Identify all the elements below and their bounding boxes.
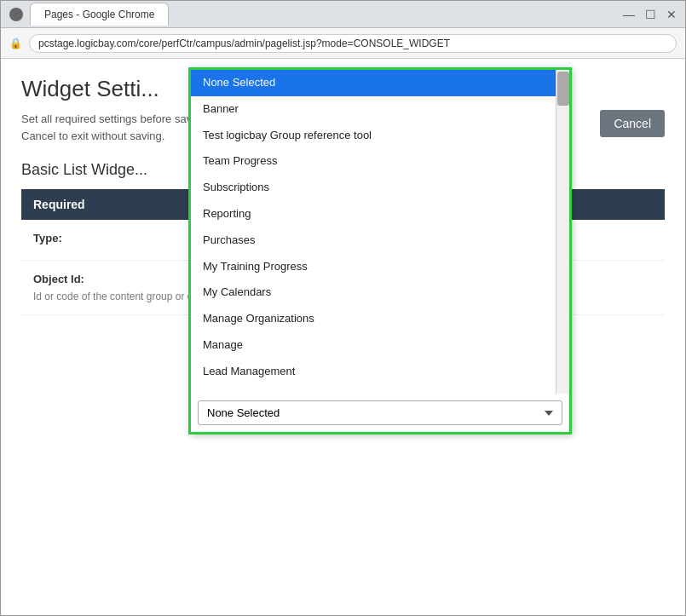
chrome-app-icon	[9, 8, 23, 21]
chrome-titlebar: Pages - Google Chrome — ☐ ✕	[1, 1, 685, 28]
lock-icon: 🔒	[9, 37, 22, 49]
cancel-button[interactable]: Cancel	[600, 110, 665, 137]
chrome-addressbar: 🔒 pcstage.logicbay.com/core/perfCtr/camp…	[1, 28, 685, 59]
dropdown-item-none-selected[interactable]: None Selected	[191, 70, 556, 96]
close-button[interactable]: ✕	[666, 9, 677, 20]
page-content: Widget Setti... Set all required setting…	[1, 59, 685, 615]
dropdown-item-reporting[interactable]: Reporting	[191, 201, 556, 227]
minimize-button[interactable]: —	[623, 9, 635, 20]
maximize-button[interactable]: ☐	[645, 9, 656, 20]
address-bar[interactable]: pcstage.logicbay.com/core/perfCtr/campus…	[29, 34, 677, 53]
dropdown-item-lead-management[interactable]: Lead Management	[191, 359, 556, 385]
chrome-tab[interactable]: Pages - Google Chrome	[30, 3, 169, 26]
dropdown-item-banner[interactable]: Banner	[191, 96, 556, 123]
scrollbar-thumb	[557, 72, 569, 106]
chrome-window: Pages - Google Chrome — ☐ ✕ 🔒 pcstage.lo…	[0, 0, 686, 616]
dropdown-item-my-calendars[interactable]: My Calendars	[191, 279, 556, 306]
dropdown-items-container: None Selected Banner Test logicbay Group…	[191, 70, 569, 394]
dropdown-item-my-training-progress[interactable]: My Training Progress	[191, 254, 556, 280]
dropdown-item-manage[interactable]: Manage	[191, 332, 556, 359]
dropdown-scrollbar[interactable]	[556, 70, 569, 394]
dropdown-item-individual-training[interactable]: Individual Training Progress	[191, 385, 556, 394]
dropdown-list-wrapper: None Selected Banner Test logicbay Group…	[191, 70, 569, 394]
dropdown-item-subscriptions[interactable]: Subscriptions	[191, 175, 556, 201]
dropdown-item-purchases[interactable]: Purchases	[191, 227, 556, 254]
window-controls: — ☐ ✕	[623, 9, 677, 20]
dropdown-item-manage-organizations[interactable]: Manage Organizations	[191, 306, 556, 332]
type-dropdown-overlay[interactable]: None Selected Banner Test logicbay Group…	[188, 67, 572, 435]
none-selected-dropdown[interactable]: None Selected	[198, 400, 562, 425]
dropdown-item-test-logicbay[interactable]: Test logicbay Group reference tool	[191, 123, 556, 149]
dropdown-item-team-progress[interactable]: Team Progress	[191, 148, 556, 175]
tab-title: Pages - Google Chrome	[44, 9, 154, 20]
second-dropdown-wrapper[interactable]: None Selected	[198, 400, 562, 425]
